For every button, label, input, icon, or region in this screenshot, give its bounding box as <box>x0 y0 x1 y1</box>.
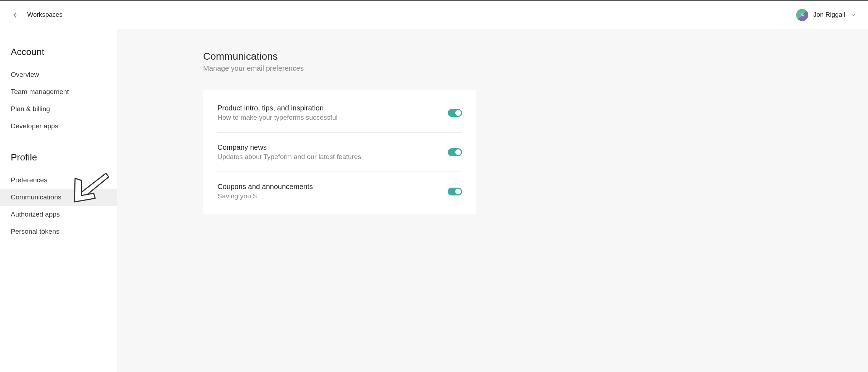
sidebar-item-preferences[interactable]: Preferences <box>0 172 117 189</box>
back-arrow-button[interactable] <box>11 11 20 19</box>
sidebar-item-communications[interactable]: Communications <box>0 189 117 206</box>
toggle-text: Coupons and announcements Saving you $ <box>217 183 448 200</box>
top-bar: Workspaces JR Jon Riggall <box>0 0 868 29</box>
sidebar-section-title: Profile <box>0 152 117 163</box>
layout: Account Overview Team management Plan & … <box>0 29 868 372</box>
toggle-text: Company news Updates about Typeform and … <box>217 143 448 161</box>
top-left: Workspaces <box>11 11 63 19</box>
main-content: Communications Manage your email prefere… <box>117 29 868 372</box>
toggle-row-company-news: Company news Updates about Typeform and … <box>217 133 462 172</box>
avatar: JR <box>796 9 808 21</box>
toggle-title: Product intro, tips, and inspiration <box>217 104 448 112</box>
toggle-switch-coupons[interactable] <box>448 188 462 195</box>
toggle-row-coupons: Coupons and announcements Saving you $ <box>217 172 462 204</box>
preferences-card: Product intro, tips, and inspiration How… <box>203 90 476 214</box>
toggle-desc: How to make your typeforms successful <box>217 114 448 121</box>
toggle-desc: Updates about Typeform and our latest fe… <box>217 153 448 161</box>
sidebar-item-developer-apps[interactable]: Developer apps <box>0 118 117 135</box>
user-name: Jon Riggall <box>813 11 845 19</box>
toggle-switch-company-news[interactable] <box>448 148 462 156</box>
sidebar: Account Overview Team management Plan & … <box>0 29 117 372</box>
toggle-switch-product-intro[interactable] <box>448 109 462 117</box>
sidebar-item-plan-billing[interactable]: Plan & billing <box>0 100 117 118</box>
toggle-desc: Saving you $ <box>217 192 448 200</box>
toggle-text: Product intro, tips, and inspiration How… <box>217 104 448 121</box>
page-title: Communications <box>203 51 868 62</box>
chevron-down-icon <box>850 12 857 18</box>
sidebar-item-team-management[interactable]: Team management <box>0 83 117 100</box>
breadcrumb[interactable]: Workspaces <box>27 11 63 19</box>
sidebar-section-account: Account Overview Team management Plan & … <box>0 46 117 135</box>
toggle-row-product-intro: Product intro, tips, and inspiration How… <box>217 93 462 133</box>
page-header: Communications Manage your email prefere… <box>203 51 868 73</box>
toggle-title: Coupons and announcements <box>217 183 448 191</box>
sidebar-section-profile: Profile Preferences Communications Autho… <box>0 152 117 240</box>
toggle-title: Company news <box>217 143 448 152</box>
sidebar-item-overview[interactable]: Overview <box>0 66 117 83</box>
user-menu[interactable]: JR Jon Riggall <box>796 9 857 21</box>
page-subtitle: Manage your email preferences <box>203 64 868 73</box>
arrow-left-icon <box>12 11 19 19</box>
sidebar-section-title: Account <box>0 46 117 58</box>
sidebar-item-personal-tokens[interactable]: Personal tokens <box>0 223 117 240</box>
sidebar-item-authorized-apps[interactable]: Authorized apps <box>0 206 117 223</box>
